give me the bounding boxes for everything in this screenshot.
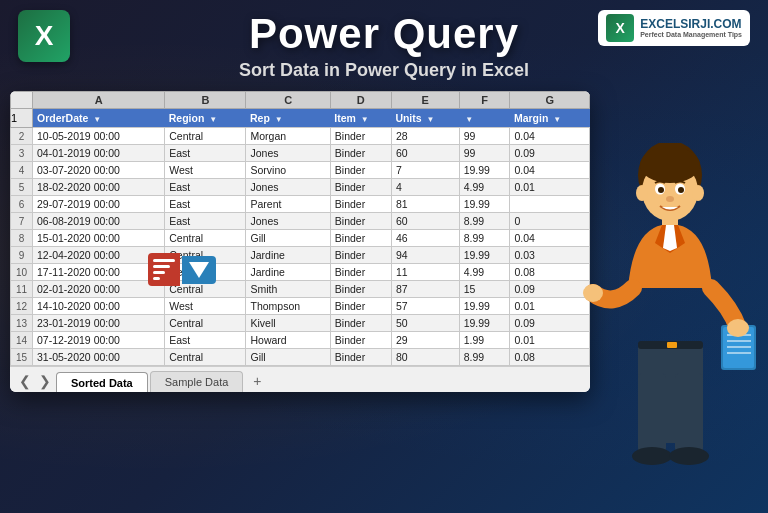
table-row: 304-01-2019 00:00EastJonesBinder60990.09 — [11, 145, 590, 162]
cell-B-12: West — [165, 298, 246, 315]
cell-G-7: 0 — [510, 213, 590, 230]
sheet-table-wrap: A B C D E F G 1 OrderDate ▼ Region ▼ Rep… — [10, 91, 590, 366]
cell-A-5: 18-02-2020 00:00 — [33, 179, 165, 196]
cell-A-4: 03-07-2020 00:00 — [33, 162, 165, 179]
header-item[interactable]: Item ▼ — [330, 109, 391, 128]
cell-A-13: 23-01-2019 00:00 — [33, 315, 165, 332]
cell-A-3: 04-01-2019 00:00 — [33, 145, 165, 162]
tab-add-button[interactable]: + — [245, 370, 269, 392]
cell-C-3: Jones — [246, 145, 330, 162]
col-C-header: C — [246, 92, 330, 109]
cell-E-10: 11 — [391, 264, 459, 281]
table-row: 1214-10-2020 00:00WestThompsonBinder5719… — [11, 298, 590, 315]
cell-D-12: Binder — [330, 298, 391, 315]
svg-point-2 — [640, 147, 700, 183]
data-header-row: 1 OrderDate ▼ Region ▼ Rep ▼ Item ▼ Unit… — [11, 109, 590, 128]
sort-icon-overlay — [148, 253, 216, 286]
cell-B-3: East — [165, 145, 246, 162]
row-number: 12 — [11, 298, 33, 315]
cell-F-7: 8.99 — [459, 213, 510, 230]
table-row: 1407-12-2019 00:00EastHowardBinder291.99… — [11, 332, 590, 349]
cell-G-3: 0.09 — [510, 145, 590, 162]
svg-point-7 — [658, 187, 664, 193]
header-price[interactable]: ▼ — [459, 109, 510, 128]
cell-C-10: Jardine — [246, 264, 330, 281]
cell-E-11: 87 — [391, 281, 459, 298]
cell-A-7: 06-08-2019 00:00 — [33, 213, 165, 230]
cell-G-2: 0.04 — [510, 128, 590, 145]
row-number: 4 — [11, 162, 33, 179]
row-number: 11 — [11, 281, 33, 298]
cell-G-12: 0.01 — [510, 298, 590, 315]
sort-line-3 — [153, 271, 165, 274]
svg-rect-26 — [667, 342, 677, 348]
row-number: 14 — [11, 332, 33, 349]
svg-rect-13 — [638, 373, 666, 453]
tab-sorted-data[interactable]: Sorted Data — [56, 372, 148, 393]
cell-E-12: 57 — [391, 298, 459, 315]
cell-G-14: 0.01 — [510, 332, 590, 349]
cell-F-9: 19.99 — [459, 247, 510, 264]
tab-sample-data[interactable]: Sample Data — [150, 371, 244, 392]
table-row: 706-08-2019 00:00EastJonesBinder608.990 — [11, 213, 590, 230]
cell-B-2: Central — [165, 128, 246, 145]
cell-F-14: 1.99 — [459, 332, 510, 349]
cell-B-15: Central — [165, 349, 246, 366]
table-row: 210-05-2019 00:00CentralMorganBinder2899… — [11, 128, 590, 145]
cell-D-5: Binder — [330, 179, 391, 196]
cell-A-11: 02-01-2020 00:00 — [33, 281, 165, 298]
cell-F-8: 8.99 — [459, 230, 510, 247]
svg-point-17 — [583, 284, 603, 302]
cell-G-4: 0.04 — [510, 162, 590, 179]
cell-C-11: Smith — [246, 281, 330, 298]
header-region[interactable]: Region ▼ — [165, 109, 246, 128]
spreadsheet-container: A B C D E F G 1 OrderDate ▼ Region ▼ Rep… — [10, 91, 590, 392]
row-number: 8 — [11, 230, 33, 247]
header-rep[interactable]: Rep ▼ — [246, 109, 330, 128]
cell-C-8: Gill — [246, 230, 330, 247]
table-row: 518-02-2020 00:00EastJonesBinder44.990.0… — [11, 179, 590, 196]
cell-F-5: 4.99 — [459, 179, 510, 196]
header-num-cell: 1 — [11, 109, 33, 128]
cell-C-9: Jardine — [246, 247, 330, 264]
row-number: 3 — [11, 145, 33, 162]
sort-line-1 — [153, 259, 175, 262]
cell-C-2: Morgan — [246, 128, 330, 145]
cell-C-7: Jones — [246, 213, 330, 230]
tab-next-button[interactable]: ❯ — [36, 373, 54, 389]
table-row: 1323-01-2019 00:00CentralKivellBinder501… — [11, 315, 590, 332]
cell-F-10: 4.99 — [459, 264, 510, 281]
svg-point-9 — [666, 196, 674, 202]
cell-F-15: 8.99 — [459, 349, 510, 366]
sort-line-4 — [153, 277, 160, 280]
header-units[interactable]: Units ▼ — [391, 109, 459, 128]
cell-G-6 — [510, 196, 590, 213]
cell-B-7: East — [165, 213, 246, 230]
cell-F-3: 99 — [459, 145, 510, 162]
svg-point-3 — [636, 185, 648, 201]
cell-G-15: 0.08 — [510, 349, 590, 366]
cell-G-9: 0.03 — [510, 247, 590, 264]
cell-E-13: 50 — [391, 315, 459, 332]
col-F-header: F — [459, 92, 510, 109]
tab-prev-button[interactable]: ❮ — [16, 373, 34, 389]
table-row: 1531-05-2020 00:00CentralGillBinder808.9… — [11, 349, 590, 366]
tabs-bar: ❮ ❯ Sorted Data Sample Data + — [10, 366, 590, 392]
cell-F-4: 19.99 — [459, 162, 510, 179]
cell-A-9: 12-04-2020 00:00 — [33, 247, 165, 264]
row-number: 6 — [11, 196, 33, 213]
cell-D-15: Binder — [330, 349, 391, 366]
cell-C-12: Thompson — [246, 298, 330, 315]
header-orderdate[interactable]: OrderDate ▼ — [33, 109, 165, 128]
cell-E-14: 29 — [391, 332, 459, 349]
sort-arrow-box — [182, 256, 216, 284]
cell-A-14: 07-12-2019 00:00 — [33, 332, 165, 349]
cell-E-9: 94 — [391, 247, 459, 264]
cell-B-13: Central — [165, 315, 246, 332]
svg-rect-14 — [675, 373, 703, 453]
row-number: 7 — [11, 213, 33, 230]
cell-F-6: 19.99 — [459, 196, 510, 213]
row-number: 5 — [11, 179, 33, 196]
header-margin[interactable]: Margin ▼ — [510, 109, 590, 128]
sort-down-arrow — [189, 262, 209, 278]
